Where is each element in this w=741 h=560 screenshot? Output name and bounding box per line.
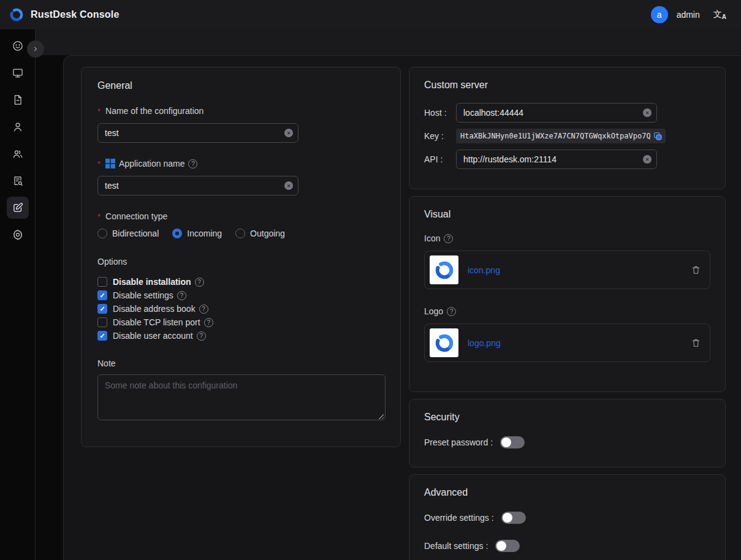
sidebar-item-sessions[interactable] — [7, 89, 29, 111]
toggle-knob — [496, 541, 506, 551]
main-area: General Name of the configuration — [36, 29, 741, 560]
clear-config-name-icon[interactable] — [284, 129, 293, 137]
checkbox-icon — [97, 290, 107, 300]
delete-logo-button[interactable] — [691, 338, 701, 348]
checkbox-icon — [97, 331, 107, 341]
sidebar-item-settings[interactable] — [7, 224, 29, 246]
app-name-label-text: Application name — [119, 159, 184, 168]
brand: RustDesk Console — [9, 7, 120, 23]
note-textarea[interactable] — [97, 374, 386, 420]
options-list: Disable installation Disable settings Di… — [97, 275, 384, 342]
checkbox-disable-user-account[interactable]: Disable user account — [97, 329, 384, 342]
clear-host-icon[interactable] — [643, 108, 652, 117]
logo-thumbnail — [430, 328, 458, 357]
app-header: RustDesk Console a admin 文 A — [0, 0, 741, 29]
advanced-card: Advanced Override settings : Default set… — [409, 474, 726, 560]
radio-outgoing[interactable]: Outgoing — [235, 229, 285, 238]
visual-card: Visual Icon icon.png — [409, 196, 726, 392]
note-field — [97, 374, 386, 422]
resize-handle[interactable] — [378, 414, 384, 419]
disable-tcp-help-icon[interactable] — [204, 318, 213, 327]
key-field: HtaXBkJNHyn0e1U1jWXze7A7CN7QTGWqxkOtpaVp… — [456, 129, 666, 143]
sidebar-nav — [0, 29, 36, 560]
delete-icon-button[interactable] — [691, 265, 701, 275]
checkbox-icon — [97, 317, 107, 327]
checkbox-label: Disable address book — [113, 304, 196, 314]
toggle-knob — [501, 437, 511, 447]
sidebar-item-audit[interactable] — [7, 170, 29, 192]
default-settings-label: Default settings : — [424, 541, 488, 551]
checkbox-disable-address-book[interactable]: Disable address book — [97, 302, 384, 316]
icon-thumbnail — [430, 255, 458, 284]
icon-file-item: icon.png — [424, 251, 710, 289]
monitor-icon — [12, 67, 24, 79]
translate-icon[interactable]: 文 A — [713, 10, 726, 20]
general-title: General — [97, 80, 384, 91]
disable-settings-help-icon[interactable] — [177, 291, 186, 300]
api-field — [456, 149, 657, 169]
logo-label-text: Logo — [424, 306, 443, 316]
api-input[interactable] — [456, 149, 657, 169]
gear-icon — [12, 229, 24, 241]
sidebar-item-custom-clients[interactable] — [7, 197, 29, 219]
user-name: admin — [677, 10, 700, 20]
icon-file-link[interactable]: icon.png — [468, 265, 500, 275]
config-name-label-text: Name of the configuration — [105, 106, 203, 116]
disable-installation-help-icon[interactable] — [195, 278, 204, 287]
override-settings-label: Override settings : — [424, 513, 494, 523]
sidebar-item-users[interactable] — [7, 116, 29, 138]
sidebar-item-devices[interactable] — [7, 62, 29, 84]
rustdesk-logo-icon — [433, 332, 455, 354]
group-icon — [12, 148, 24, 160]
app-name-input[interactable] — [97, 176, 298, 195]
document-icon — [12, 94, 24, 106]
app-name-field — [97, 176, 298, 195]
default-settings-toggle[interactable] — [495, 540, 520, 552]
host-field — [456, 103, 657, 123]
config-name-label: Name of the configuration — [97, 106, 384, 116]
host-input[interactable] — [456, 103, 657, 123]
checkbox-icon — [97, 304, 107, 314]
icon-help-icon[interactable] — [444, 234, 453, 243]
avatar-initial: a — [657, 10, 662, 20]
copy-icon[interactable] — [653, 131, 663, 141]
disable-user-account-help-icon[interactable] — [197, 331, 206, 341]
options-label: Options — [97, 257, 384, 267]
checkbox-disable-tcp-listen-port[interactable]: Disable TCP listen port — [97, 316, 384, 329]
trash-icon — [691, 338, 701, 348]
checkbox-disable-installation[interactable]: Disable installation — [97, 275, 384, 289]
radio-bidirectional[interactable]: Bidirectional — [97, 229, 159, 238]
sidebar-item-dashboard[interactable] — [7, 35, 29, 57]
content-panel: General Name of the configuration — [63, 55, 741, 560]
logo-help-icon[interactable] — [447, 307, 456, 316]
sidebar-item-groups[interactable] — [7, 143, 29, 165]
key-value: HtaXBkJNHyn0e1U1jWXze7A7CN7QTGWqxkOtpaVp… — [460, 132, 650, 140]
translate-zh-glyph: 文 — [713, 10, 722, 18]
icon-label-text: Icon — [424, 233, 440, 243]
user-avatar[interactable]: a — [651, 6, 668, 23]
icon-label: Icon — [424, 233, 710, 243]
override-settings-toggle[interactable] — [501, 512, 526, 524]
preset-password-toggle[interactable] — [500, 436, 525, 448]
app-name-help-icon[interactable] — [188, 159, 197, 168]
disable-address-book-help-icon[interactable] — [199, 305, 208, 314]
advanced-title: Advanced — [424, 487, 710, 498]
checkbox-disable-settings[interactable]: Disable settings — [97, 289, 384, 302]
checkbox-label: Disable installation — [113, 277, 191, 287]
audit-icon — [12, 175, 24, 187]
app-name-label: Application name — [97, 159, 384, 168]
key-label: Key : — [424, 131, 456, 141]
custom-server-title: Custom server — [424, 80, 710, 91]
radio-circle-icon — [97, 229, 107, 238]
security-title: Security — [424, 412, 710, 423]
sidebar-expand-button[interactable] — [27, 40, 44, 58]
clear-api-icon[interactable] — [643, 155, 652, 164]
connection-type-group: Bidirectional Incoming Outgoing — [97, 229, 384, 238]
radio-incoming[interactable]: Incoming — [172, 229, 222, 238]
translate-a-glyph: A — [722, 13, 726, 20]
logo-file-link[interactable]: logo.png — [468, 338, 501, 348]
api-label: API : — [424, 154, 456, 164]
clear-app-name-icon[interactable] — [284, 181, 293, 190]
windows-icon — [105, 159, 115, 168]
config-name-input[interactable] — [97, 123, 298, 143]
